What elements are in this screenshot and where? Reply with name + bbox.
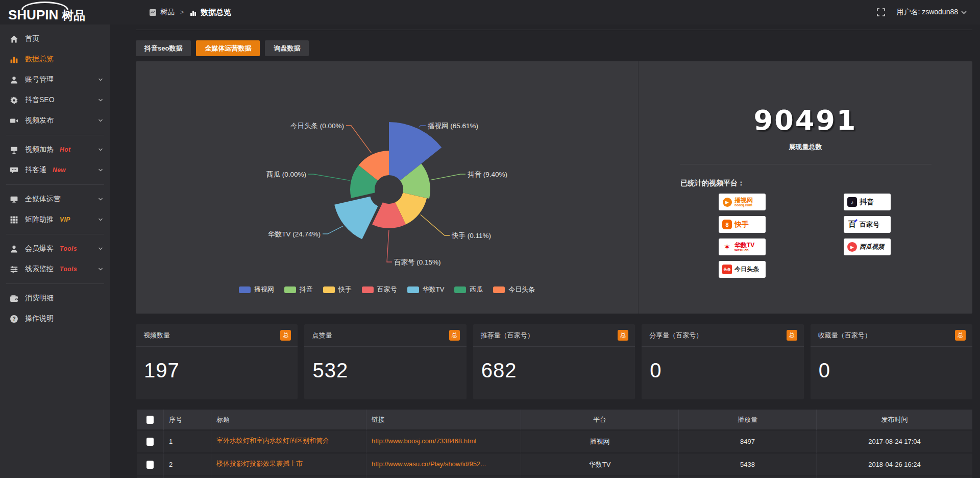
home-icon [10, 35, 18, 43]
sidebar-item-video-heat[interactable]: 视频加热 Hot [0, 139, 110, 160]
row-checkbox[interactable] [146, 438, 154, 446]
sidebar-item-label: 矩阵助推 [25, 215, 54, 224]
sidebar-item-video-publish[interactable]: 视频发布 [0, 110, 110, 131]
logo-arc [21, 2, 68, 10]
main-content: 抖音seo数据 全媒体运营数据 询盘数据 播视网 (65.61%)抖音 (9.4… [110, 25, 980, 478]
pie-slice-华数TV[interactable] [334, 197, 378, 240]
platform-name: 播视网 [734, 197, 753, 204]
stat-card-title: 点赞量 [312, 331, 332, 340]
cell-num: 1 [164, 431, 211, 453]
sidebar: 首页 数据总览 账号管理 抖音SEO 视频发布 视频加热 Hot [0, 25, 110, 478]
platform-name: 西瓜视频 [860, 244, 884, 250]
platform-name: 快手 [734, 221, 749, 228]
person-icon [10, 245, 18, 253]
chevron-down-icon [98, 246, 103, 251]
bar-chart-icon [10, 55, 18, 64]
chevron-down-icon [98, 98, 103, 103]
stat-cards-row: 视频数量总 197 点赞量总 532 推荐量（百家号）总 682 分享量（百家号… [136, 324, 972, 399]
legend-item-西瓜[interactable]: 西瓜 [454, 285, 483, 294]
label-leader-line [431, 174, 465, 180]
sidebar-item-label: 抖音SEO [25, 95, 55, 105]
total-impressions-value: 90491 [639, 104, 972, 136]
video-url-link[interactable]: http://www.boosj.com/7338468.html [372, 437, 476, 445]
stat-card-title: 视频数量 [143, 331, 170, 340]
cell-plays: 5438 [679, 453, 817, 476]
video-camera-icon [10, 116, 18, 125]
header-divider [136, 30, 972, 30]
legend-swatch [323, 286, 335, 293]
video-title-link[interactable]: 楼体投影灯投影效果震撼上市 [216, 459, 303, 468]
signboard-icon [10, 146, 18, 154]
boosj-logo-icon: ▶ [722, 197, 732, 207]
sidebar-item-douketong[interactable]: 抖客通 New [0, 160, 110, 180]
sidebar-item-matrix-boost[interactable]: 矩阵助推 VIP [0, 209, 110, 230]
sidebar-item-account[interactable]: 账号管理 [0, 69, 110, 90]
cell-platform: 播视网 [521, 431, 679, 453]
legend-item-百家号[interactable]: 百家号 [362, 285, 397, 294]
chevron-down-icon [98, 118, 103, 123]
stat-card-favorites: 收藏量（百家号）总 0 [811, 324, 972, 399]
legend-label: 抖音 [300, 285, 313, 294]
breadcrumb-current[interactable]: 数据总览 [201, 8, 231, 17]
chat-bubble-icon [10, 166, 18, 175]
sidebar-item-member-baoke[interactable]: 会员爆客 Tools [0, 238, 110, 259]
breadcrumb: 树品 > 数据总览 [149, 8, 231, 17]
legend-item-今日头条[interactable]: 今日头条 [493, 285, 535, 294]
sidebar-item-instructions[interactable]: ? 操作说明 [0, 308, 110, 329]
sidebar-item-label: 账号管理 [25, 75, 54, 84]
select-all-checkbox[interactable] [146, 416, 154, 424]
stat-card-title: 推荐量（百家号） [481, 331, 534, 340]
platform-badge-grid: ▶ 播视网boosj.com ♪ 抖音 8 快手 百 百家号 [719, 194, 891, 278]
xigua-logo-icon: ▶ [847, 242, 857, 252]
chart-legend: 播视网抖音快手百家号华数TV西瓜今日头条 [136, 285, 638, 294]
tab-douyin-seo-data[interactable]: 抖音seo数据 [136, 40, 191, 56]
user-label: 用户名: zswodun88 [896, 8, 958, 17]
legend-swatch [493, 286, 505, 293]
total-badge: 总 [955, 330, 966, 341]
legend-item-播视网[interactable]: 播视网 [239, 285, 274, 294]
sidebar-item-spending-detail[interactable]: 消费明细 [0, 288, 110, 308]
platform-name: 今日头条 [734, 266, 759, 273]
legend-item-快手[interactable]: 快手 [323, 285, 352, 294]
legend-swatch [362, 286, 374, 293]
sidebar-item-lead-monitor[interactable]: 线索监控 Tools [0, 259, 110, 279]
sidebar-item-omnimedia[interactable]: 全媒体运营 [0, 189, 110, 209]
sidebar-item-label: 抖客通 [25, 165, 46, 175]
legend-item-华数TV[interactable]: 华数TV [407, 285, 445, 294]
rose-chart[interactable]: 播视网 (65.61%)抖音 (9.40%)快手 (0.11%)百家号 (0.1… [136, 61, 638, 314]
user-menu[interactable]: 用户名: zswodun88 [896, 8, 967, 17]
legend-item-抖音[interactable]: 抖音 [284, 285, 313, 294]
legend-swatch [239, 286, 251, 293]
fullscreen-icon[interactable] [877, 8, 885, 16]
brand-logo: SHUPIN 树品 [0, 0, 110, 25]
video-title-link[interactable]: 室外水纹灯和室内水纹灯的区别和简介 [216, 436, 329, 445]
sidebar-item-data-overview[interactable]: 数据总览 [0, 49, 110, 69]
vip-tag: VIP [60, 216, 70, 223]
sidebar-item-douyin-seo[interactable]: 抖音SEO [0, 90, 110, 110]
cell-time: 2017-08-24 17:04 [817, 431, 972, 453]
platform-badge-wasu: ✶ 华数TVwasu.cn [719, 238, 766, 255]
cell-num: 2 [164, 453, 211, 476]
top-header: SHUPIN 树品 树品 > 数据总览 用户名: zswodun88 [0, 0, 980, 25]
sidebar-item-home[interactable]: 首页 [0, 29, 110, 49]
col-header-title: 标题 [211, 410, 366, 431]
sidebar-divider [6, 234, 104, 234]
breadcrumb-root[interactable]: 树品 [160, 8, 175, 17]
logo-text-en: SHUPIN [8, 8, 58, 21]
total-badge: 总 [280, 330, 291, 341]
stat-card-value: 532 [304, 347, 466, 382]
tab-omnimedia-data[interactable]: 全媒体运营数据 [196, 40, 260, 56]
tools-tag: Tools [60, 245, 77, 252]
video-url-link[interactable]: http://www.wasu.cn/Play/show/id/952... [372, 460, 486, 468]
total-impressions-label: 展现量总数 [639, 142, 972, 152]
platform-name: 百家号 [860, 221, 879, 228]
select-all-cell [137, 410, 164, 431]
grid-icon [10, 216, 18, 224]
pie-label-西瓜: 西瓜 (0.00%) [266, 171, 306, 178]
bar-chart-icon [189, 9, 197, 16]
gear-icon [10, 96, 18, 105]
row-checkbox[interactable] [146, 461, 154, 469]
user-icon [10, 76, 18, 84]
sidebar-item-label: 数据总览 [25, 55, 54, 64]
tab-inquiry-data[interactable]: 询盘数据 [265, 40, 309, 56]
